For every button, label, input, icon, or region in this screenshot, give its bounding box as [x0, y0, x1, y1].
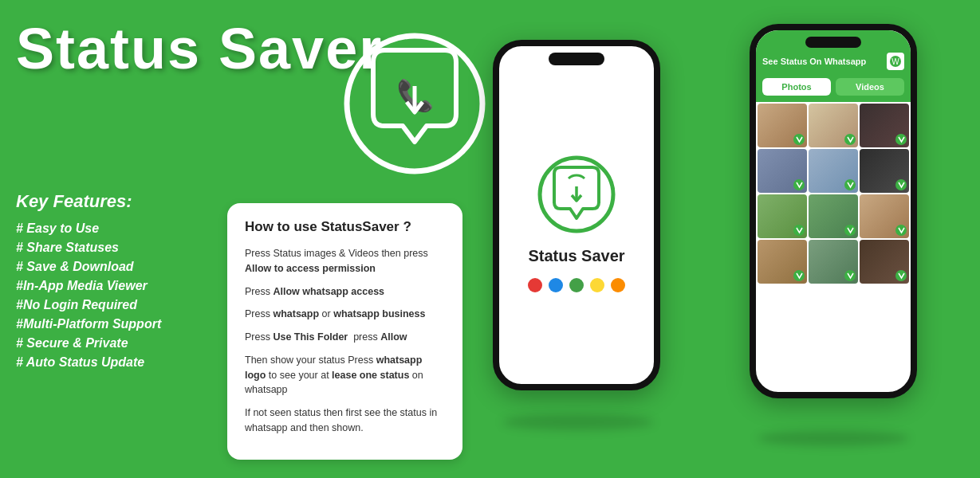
download-badge-12: [895, 270, 907, 281]
download-badge-8: [844, 225, 856, 236]
photo-cell-5: [809, 149, 858, 193]
download-badge-4: [793, 179, 805, 190]
title-section: Status Saver: [16, 16, 383, 81]
key-features-section: Key Features: # Easy to Use # Share Stat…: [16, 191, 161, 374]
phone1-app-icon: [537, 155, 616, 237]
feature-item-6: #Multi-Platform Support: [16, 317, 161, 331]
phone1-shadow: [502, 414, 654, 430]
photo-cell-10: [758, 240, 807, 284]
feature-item-5: #No Login Required: [16, 298, 161, 312]
photo-cell-11: [809, 240, 858, 284]
feature-item-8: # Auto Status Update: [16, 355, 161, 370]
dot-blue: [549, 278, 563, 292]
how-to-card: How to use StatusSaver ? Press Status im…: [227, 203, 462, 460]
phone2-tabs: Photos Videos: [756, 75, 911, 102]
svg-text:W: W: [891, 57, 899, 66]
photo-cell-12: [860, 240, 909, 284]
phone2-header-whatsapp-icon: W: [887, 53, 904, 70]
dot-green: [569, 278, 584, 292]
how-to-step-6: If not seen status then first see the st…: [245, 406, 445, 436]
dot-orange: [611, 278, 625, 292]
photo-grid: [756, 102, 911, 285]
dot-yellow: [590, 278, 604, 292]
photo-cell-9: [860, 194, 909, 238]
feature-item-7: # Secure & Private: [16, 336, 161, 351]
feature-item-1: # Easy to Use: [16, 221, 161, 236]
photo-cell-4: [758, 149, 807, 193]
download-badge-9: [895, 225, 907, 236]
photo-cell-8: [809, 194, 858, 238]
main-title: Status Saver: [16, 16, 383, 81]
photo-cell-1: [758, 104, 807, 147]
photo-cell-7: [758, 194, 807, 238]
phone2-notch: [805, 37, 861, 48]
phone1-notch: [549, 53, 604, 65]
download-badge-2: [844, 134, 856, 145]
whatsapp-icon-center: 📞: [335, 24, 494, 183]
how-to-step-1: Press Status images & Videos then press …: [245, 246, 445, 276]
download-badge-1: [793, 134, 805, 145]
download-badge-7: [793, 225, 805, 236]
feature-item-2: # Share Statuses: [16, 241, 161, 255]
whatsapp-icon: 📞: [339, 28, 490, 179]
phone-mockup-2: See Status On Whatsapp W Photos Videos: [750, 24, 917, 398]
download-badge-3: [895, 134, 907, 145]
how-to-step-3: Press whatsapp or whatsapp business: [245, 307, 445, 322]
phone2-tab-photos[interactable]: Photos: [762, 78, 831, 96]
dot-red: [528, 278, 542, 292]
download-badge-6: [895, 179, 907, 190]
how-to-step-4: Press Use This Folder press Allow: [245, 330, 445, 345]
phone2-body: See Status On Whatsapp W Photos Videos: [750, 24, 917, 398]
phone-mockup-1: Status Saver: [493, 40, 660, 390]
how-to-step-2: Press Allow whatsapp access: [245, 284, 445, 300]
download-badge-11: [844, 270, 856, 281]
phone2-header-title: See Status On Whatsapp: [762, 57, 866, 66]
photo-cell-3: [860, 104, 909, 147]
phone2-tab-videos[interactable]: Videos: [836, 78, 904, 96]
download-badge-10: [793, 270, 805, 281]
how-to-step-5: Then show your status Press whatsapp log…: [245, 353, 445, 398]
phone1-content: Status Saver: [499, 46, 654, 384]
feature-item-4: #In-App Media Viewer: [16, 279, 161, 293]
phone1-body: Status Saver: [493, 40, 660, 390]
photo-cell-6: [860, 149, 909, 193]
how-to-card-title: How to use StatusSaver ?: [245, 219, 445, 235]
dots-row: [528, 278, 625, 292]
download-badge-5: [844, 179, 856, 190]
phone2-shadow: [758, 430, 909, 446]
feature-item-3: # Save & Download: [16, 260, 161, 274]
photo-cell-2: [809, 104, 858, 147]
key-features-title: Key Features:: [16, 191, 161, 212]
phone1-app-title: Status Saver: [528, 247, 624, 265]
